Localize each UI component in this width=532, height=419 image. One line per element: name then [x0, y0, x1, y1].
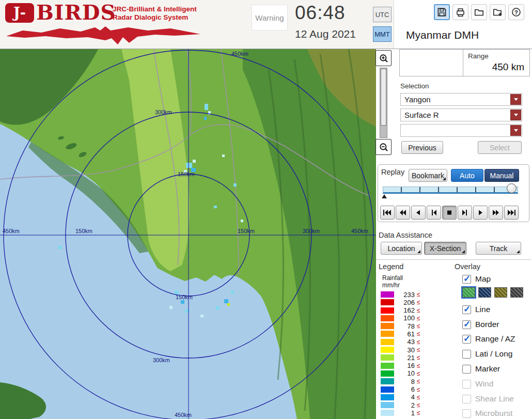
mmt-toggle-button[interactable]: MMT	[373, 26, 392, 42]
save-button[interactable]	[434, 4, 450, 20]
product-dropdown[interactable]: Surface R	[400, 108, 522, 121]
skip-start-button[interactable]	[380, 206, 395, 220]
site-dropdown-value: Yangon	[404, 95, 431, 104]
line-checkbox[interactable]	[462, 305, 471, 314]
zoom-out-icon	[379, 143, 388, 152]
overlay-item-line: Line	[462, 304, 490, 315]
map-style-options	[462, 287, 523, 298]
scale-row: 4≤	[381, 394, 420, 400]
wind-checkbox[interactable]	[462, 380, 471, 389]
replay-section: Replay Bookmark Auto Manual	[378, 164, 529, 222]
scale-row: 78≤	[381, 323, 420, 329]
color-swatch	[381, 402, 394, 408]
divider	[463, 50, 463, 76]
ring-label: 450km	[3, 228, 20, 234]
range-az-checkbox[interactable]	[462, 335, 471, 344]
warning-indicator[interactable]: Warning	[252, 5, 288, 30]
range-label: Range	[468, 52, 489, 60]
clock-date: 12 Aug 2021	[295, 28, 356, 40]
warning-label: Warning	[255, 13, 284, 22]
site-dropdown[interactable]: Yangon	[400, 93, 522, 106]
step-forward-icon	[476, 210, 484, 215]
stop-button[interactable]	[442, 206, 457, 220]
ring-label: 300km	[303, 228, 320, 234]
map-style-grey[interactable]	[510, 287, 523, 298]
chevron-down-icon[interactable]	[510, 125, 521, 136]
frame-forward-button[interactable]	[458, 206, 472, 220]
zoom-slider[interactable]	[380, 68, 387, 138]
legend-label: Legend	[379, 262, 403, 271]
bookmark-button[interactable]: Bookmark	[409, 169, 447, 182]
scale-row: 16≤	[381, 363, 420, 369]
map-style-navy[interactable]	[478, 287, 491, 298]
previous-button[interactable]: Previous	[401, 141, 443, 154]
print-button[interactable]	[452, 4, 468, 20]
overlay-item-border: Border	[462, 319, 499, 330]
select-button[interactable]: Select	[478, 141, 522, 154]
ring-label: 150km	[75, 228, 92, 234]
location-button[interactable]: Location	[381, 242, 422, 255]
jbirds-app: J- BIRDS JRC-Brilliant & Intelligent Rad…	[0, 0, 532, 419]
logo-j-icon: J-	[5, 3, 34, 23]
map-checkbox[interactable]	[462, 275, 471, 284]
color-swatch	[381, 378, 394, 384]
stop-icon	[445, 210, 453, 215]
xsection-button[interactable]: X-Section	[424, 242, 466, 255]
step-forward-button[interactable]	[473, 206, 488, 220]
open-folder-button[interactable]	[471, 4, 487, 20]
legend-unit-line2: mm/hr	[382, 282, 400, 289]
replay-timeline-slider[interactable]	[383, 187, 518, 194]
map-style-green[interactable]	[462, 287, 475, 298]
import-button[interactable]	[490, 4, 506, 20]
clock-time: 06:48	[295, 2, 346, 24]
scale-row: 1≤	[381, 410, 420, 416]
selection-label: Selection	[400, 82, 429, 90]
track-button[interactable]: Track	[476, 242, 521, 255]
microburst-checkbox[interactable]	[462, 409, 471, 418]
step-back-button[interactable]	[411, 206, 426, 220]
ring-label: 150km	[176, 294, 193, 300]
lati-long-checkbox[interactable]	[462, 350, 471, 359]
chevron-down-icon[interactable]	[510, 110, 521, 120]
zoom-slider-thumb[interactable]	[381, 69, 386, 126]
toolbar: ?	[434, 4, 524, 20]
replay-slider-thumb[interactable]	[507, 183, 517, 193]
radar-map[interactable]: 450km 300km 150km 150km 300km 450km 450k…	[0, 49, 376, 419]
range-value: 450 km	[492, 61, 524, 73]
utc-toggle-button[interactable]: UTC	[373, 7, 392, 22]
svg-text:?: ?	[514, 9, 518, 15]
scale-row: 8≤	[381, 378, 420, 384]
print-icon	[456, 7, 465, 17]
scale-row: 206≤	[381, 299, 420, 305]
overlay-label: Overlay	[455, 262, 480, 271]
marker-checkbox[interactable]	[462, 365, 471, 374]
option-dropdown[interactable]	[400, 124, 522, 137]
color-swatch	[381, 394, 394, 400]
tagline-line2: Radar Dialogic System	[113, 13, 197, 22]
auto-mode-button[interactable]: Auto	[451, 169, 483, 182]
skip-end-button[interactable]	[504, 206, 519, 220]
shear-line-checkbox[interactable]	[462, 395, 471, 404]
color-swatch	[381, 354, 394, 361]
help-button[interactable]: ?	[508, 4, 524, 20]
border-checkbox[interactable]	[462, 320, 471, 329]
map-style-olive[interactable]	[494, 287, 507, 298]
fast-forward-button[interactable]	[489, 206, 503, 220]
color-swatch	[381, 291, 394, 298]
zoom-in-button[interactable]	[375, 50, 392, 66]
frame-back-icon	[430, 210, 438, 215]
divider	[376, 259, 531, 260]
zoom-out-button[interactable]	[375, 139, 392, 155]
ring-label: 150km	[178, 171, 195, 177]
zoom-in-icon	[379, 54, 388, 63]
chevron-down-icon[interactable]	[510, 94, 521, 105]
radar-map-canvas: 450km 300km 150km 150km 300km 450km 450k…	[0, 49, 376, 419]
overlay-item-map: Map	[462, 273, 491, 285]
frame-back-button[interactable]	[427, 206, 441, 220]
overlay-item-wind: Wind	[462, 378, 493, 390]
fast-rewind-button[interactable]	[396, 206, 410, 220]
manual-mode-button[interactable]: Manual	[484, 169, 519, 182]
fast-forward-icon	[492, 210, 500, 215]
scale-row: 233≤	[381, 291, 420, 298]
overlay-item-lati-long: Lati / Long	[462, 348, 512, 360]
